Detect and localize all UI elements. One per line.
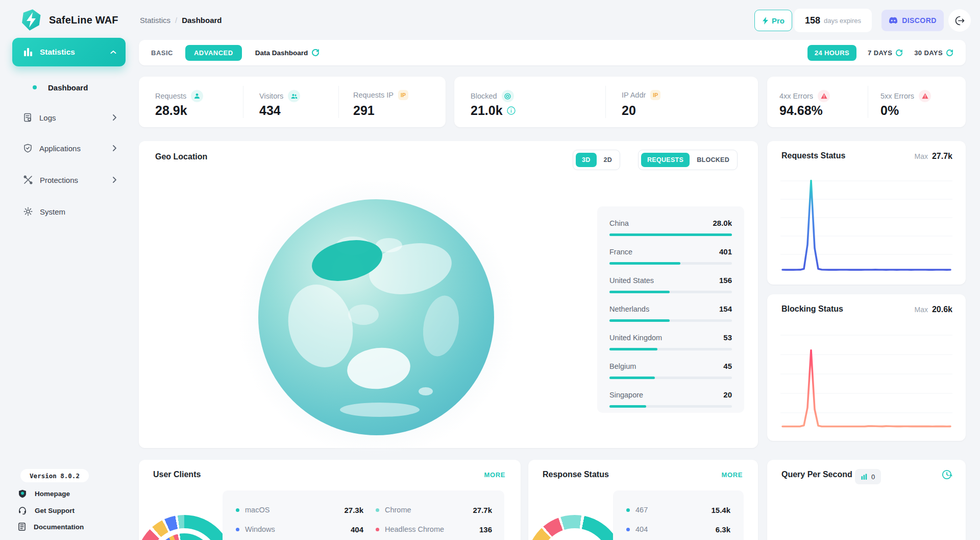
chevron-up-icon xyxy=(110,50,116,54)
requests-line-chart xyxy=(780,173,952,275)
homepage-link[interactable]: Homepage xyxy=(18,486,126,501)
stat-value-visitors: 434 xyxy=(259,103,281,118)
refresh-circle-icon xyxy=(895,49,903,57)
sidebar-item-applications[interactable]: Applications xyxy=(12,137,126,159)
sidebar-item-protections[interactable]: Protections xyxy=(12,169,126,191)
shield-check-icon xyxy=(23,144,32,153)
pro-badge-label: Pro xyxy=(772,16,785,25)
blocking-status-card: Blocking Status Max 20.6k xyxy=(767,294,966,441)
country-value: 53 xyxy=(723,333,732,342)
sidebar-item-dashboard[interactable]: Dashboard xyxy=(12,77,126,98)
document-icon xyxy=(18,523,26,531)
blocking-line-chart xyxy=(780,326,952,431)
country-row[interactable]: France 401 xyxy=(609,247,732,256)
people-icon xyxy=(288,90,300,102)
country-value: 28.0k xyxy=(713,219,732,227)
qps-title: Query Per Second xyxy=(781,470,852,479)
stat-label-ip-addr: IP Addr IP xyxy=(622,90,660,100)
blocking-stats-card: Blocked 21.0k IP Addr IP 20 xyxy=(454,77,758,127)
stat-value-4xx: 94.68% xyxy=(779,103,823,118)
person-icon xyxy=(191,90,203,102)
range-7-days[interactable]: 7 DAYS xyxy=(868,49,903,57)
expiry-days: 158 xyxy=(805,15,820,26)
range-30-days[interactable]: 30 DAYS xyxy=(914,49,953,57)
requests-status-title: Requests Status xyxy=(781,151,845,160)
sidebar-item-label: Statistics xyxy=(40,48,75,57)
ip-badge-icon: IP xyxy=(398,90,408,100)
version-badge: Version 8.0.2 xyxy=(20,469,89,482)
stat-label-requests: Requests xyxy=(155,90,203,102)
logs-icon xyxy=(23,113,32,122)
country-row[interactable]: Singapore 20 xyxy=(609,390,732,400)
country-name: United Kingdom xyxy=(609,334,662,342)
requests-status-card: Requests Status Max 27.7k xyxy=(767,141,966,285)
user-clients-more-link[interactable]: MORE xyxy=(484,471,505,479)
max-value: 27.7k xyxy=(932,152,952,161)
sidebar-item-label: System xyxy=(40,207,65,216)
country-name: France xyxy=(609,248,632,256)
divider xyxy=(338,86,339,118)
documentation-link[interactable]: Documentation xyxy=(18,520,126,534)
chevron-right-icon xyxy=(113,177,116,183)
country-row[interactable]: United Kingdom 53 xyxy=(609,333,732,342)
country-bar xyxy=(609,291,732,293)
country-value: 20 xyxy=(723,390,732,399)
requests-status-max: Max 27.7k xyxy=(915,152,953,161)
tab-data-dashboard-label: Data Dashboard xyxy=(255,49,308,57)
tab-basic[interactable]: BASIC xyxy=(151,49,173,57)
max-label: Max xyxy=(915,306,928,314)
user-clients-donut-chart[interactable] xyxy=(136,515,233,540)
divider xyxy=(868,86,868,118)
toggle-2d[interactable]: 2D xyxy=(599,153,618,167)
history-refresh-icon[interactable] xyxy=(941,469,952,480)
stat-value-requests-ip: 291 xyxy=(353,103,375,118)
refresh-circle-icon xyxy=(946,49,953,57)
toggle-3d[interactable]: 3D xyxy=(576,153,597,167)
country-row[interactable]: Netherlands 154 xyxy=(609,304,732,314)
globe-visualization[interactable] xyxy=(257,198,495,436)
chevron-right-icon xyxy=(113,114,116,121)
stat-label-requests-ip: Requests IP IP xyxy=(353,90,408,100)
response-status-more-link[interactable]: MORE xyxy=(722,471,743,479)
legend-dot-icon xyxy=(376,508,379,512)
tab-data-dashboard[interactable]: Data Dashboard xyxy=(255,49,320,57)
bar-chart-icon xyxy=(23,48,33,57)
country-bar xyxy=(609,377,732,379)
logout-button[interactable] xyxy=(948,9,971,32)
country-row[interactable]: China 28.0k xyxy=(609,219,732,228)
dimension-toggle: 3D 2D xyxy=(573,150,620,170)
get-support-link[interactable]: Get Support xyxy=(18,503,126,518)
sidebar-item-label: Logs xyxy=(39,113,56,122)
target-icon xyxy=(502,90,514,102)
stat-label-5xx: 5xx Errors xyxy=(880,90,931,102)
sidebar-item-logs[interactable]: Logs xyxy=(12,106,126,129)
pro-badge[interactable]: Pro xyxy=(754,10,792,31)
breadcrumb-parent[interactable]: Statistics xyxy=(140,16,170,25)
toggle-requests[interactable]: REQUESTS xyxy=(641,153,690,167)
country-name: Netherlands xyxy=(609,305,649,313)
continent-antarctica xyxy=(340,403,420,417)
legend-dot-icon xyxy=(236,508,239,512)
country-bar xyxy=(609,233,732,236)
response-status-donut-chart[interactable] xyxy=(526,515,623,540)
toggle-blocked[interactable]: BLOCKED xyxy=(692,153,734,167)
warning-triangle-icon xyxy=(818,90,830,102)
country-row[interactable]: Belgium 45 xyxy=(609,362,732,371)
stat-value-ip-addr: 20 xyxy=(622,103,636,118)
qps-counter-value: 0 xyxy=(871,473,875,481)
discord-button[interactable]: DISCORD xyxy=(881,10,944,31)
sidebar-item-label: Applications xyxy=(39,144,81,153)
sidebar-subitem-label: Dashboard xyxy=(48,83,88,92)
legend-item: Windows 404 xyxy=(236,524,363,534)
country-value: 45 xyxy=(723,362,732,370)
tab-advanced[interactable]: ADVANCED xyxy=(185,45,242,61)
range-24-hours[interactable]: 24 HOURS xyxy=(807,45,856,61)
errors-stats-card: 4xx Errors 94.68% 5xx Errors 0% xyxy=(767,77,966,127)
sidebar-item-system[interactable]: System xyxy=(12,200,126,223)
range-7-days-label: 7 DAYS xyxy=(868,49,892,57)
info-icon[interactable] xyxy=(507,106,516,115)
legend-item: 467 15.4k xyxy=(626,505,730,515)
country-row[interactable]: United States 156 xyxy=(609,276,732,285)
sidebar-item-statistics[interactable]: Statistics xyxy=(12,38,126,66)
country-bar xyxy=(609,348,732,350)
